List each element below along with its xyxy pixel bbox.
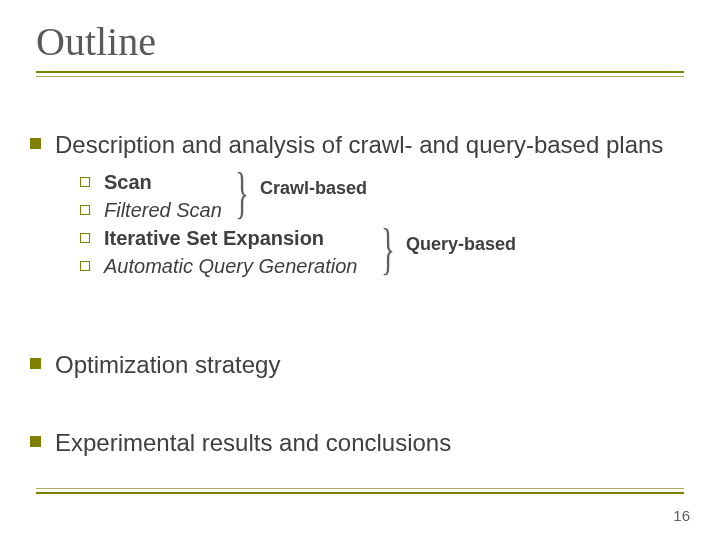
bottom-rule-thick xyxy=(36,492,684,494)
bullet-description: Description and analysis of crawl- and q… xyxy=(30,130,690,160)
slide-title: Outline xyxy=(36,18,684,65)
sub-item-label: Iterative Set Expansion xyxy=(104,227,324,250)
bullet-experimental: Experimental results and conclusions xyxy=(30,428,690,458)
content-area: Description and analysis of crawl- and q… xyxy=(30,130,690,466)
bullet-text: Optimization strategy xyxy=(55,350,280,380)
brace-icon: } xyxy=(381,220,395,278)
bullet-square-icon xyxy=(30,358,41,369)
page-number: 16 xyxy=(673,507,690,524)
spacer xyxy=(30,310,690,350)
brace-icon: } xyxy=(235,164,249,222)
sub-bullet-icon xyxy=(80,177,90,187)
bullet-square-icon xyxy=(30,436,41,447)
sub-bullet-icon xyxy=(80,205,90,215)
bullet-text: Experimental results and conclusions xyxy=(55,428,451,458)
sub-list: Scan Filtered Scan Iterative Set Expansi… xyxy=(80,168,690,280)
sub-bullet-icon xyxy=(80,261,90,271)
bullet-square-icon xyxy=(30,138,41,149)
sub-bullet-icon xyxy=(80,233,90,243)
bullet-optimization: Optimization strategy xyxy=(30,350,690,380)
group-label-crawl: Crawl-based xyxy=(260,178,367,199)
title-rule-thick xyxy=(36,71,684,73)
sub-item-label: Filtered Scan xyxy=(104,199,222,222)
title-rule-thin xyxy=(36,76,684,77)
bottom-rules xyxy=(36,488,684,494)
bullet-text: Description and analysis of crawl- and q… xyxy=(55,130,663,160)
sub-item-label: Scan xyxy=(104,171,152,194)
slide: Outline Description and analysis of craw… xyxy=(0,0,720,540)
bottom-rule-thin xyxy=(36,488,684,489)
spacer xyxy=(30,388,690,428)
title-block: Outline xyxy=(36,18,684,77)
sub-item-label: Automatic Query Generation xyxy=(104,255,357,278)
group-label-query: Query-based xyxy=(406,234,516,255)
sub-item-scan: Scan xyxy=(80,168,690,196)
